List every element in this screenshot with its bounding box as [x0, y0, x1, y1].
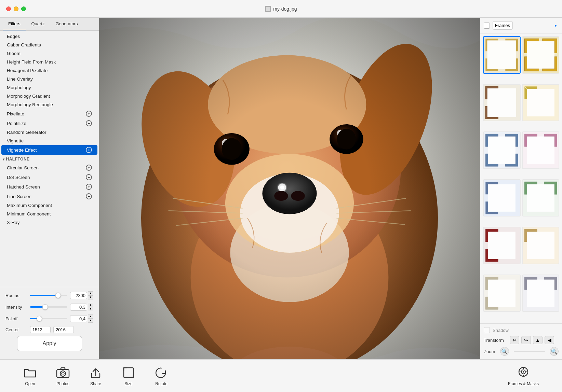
- zoom-out-button[interactable]: 🔍: [500, 347, 509, 356]
- filter-item-hexagonal[interactable]: Hexagonal Pixellate: [1, 66, 97, 75]
- apply-button[interactable]: Apply: [17, 336, 82, 351]
- zoom-in-button[interactable]: 🔍: [550, 347, 559, 356]
- filter-item-pixellate[interactable]: Pixellate ✦: [1, 109, 97, 118]
- filter-item-vignette[interactable]: Vignette: [1, 137, 97, 145]
- toolbar-size[interactable]: Size: [112, 366, 145, 386]
- intensity-value[interactable]: [70, 304, 87, 311]
- toolbar-share[interactable]: Share: [79, 366, 112, 386]
- svg-point-61: [523, 371, 524, 373]
- frame-thumb-12: [523, 275, 559, 311]
- radius-value[interactable]: 2300: [70, 292, 87, 299]
- frame-item-10[interactable]: [522, 227, 560, 264]
- frame-item-7[interactable]: [483, 179, 521, 217]
- zoom-slider[interactable]: [514, 351, 545, 352]
- center-y-input[interactable]: [53, 326, 74, 333]
- frame-thumb-8: [523, 180, 559, 216]
- radius-up-button[interactable]: ▲: [88, 291, 93, 295]
- open-label: Open: [25, 381, 35, 386]
- frame-thumb-4: [523, 85, 559, 121]
- filter-item-morphology[interactable]: Morphology: [1, 83, 97, 92]
- transform-label: Transform: [484, 338, 508, 343]
- title-bar: my-dog.jpg: [0, 0, 562, 18]
- close-button[interactable]: [6, 6, 11, 11]
- toolbar-open[interactable]: Open: [14, 366, 46, 386]
- radius-track[interactable]: [30, 295, 67, 296]
- filter-item-dot-screen[interactable]: Dot Screen ✦: [1, 172, 97, 182]
- flip-vertical-button[interactable]: ▲: [533, 336, 543, 344]
- shadow-row: Shadow: [484, 327, 559, 333]
- rotate-cw-button[interactable]: ↪: [521, 336, 531, 344]
- tab-generators[interactable]: Generators: [50, 18, 83, 30]
- falloff-label: Falloff: [5, 316, 30, 321]
- intensity-thumb[interactable]: [42, 304, 48, 310]
- tab-quartz[interactable]: Quartz: [26, 18, 50, 30]
- radius-thumb[interactable]: [55, 293, 61, 298]
- radius-row: Radius 2300 ▲ ▼: [5, 291, 93, 299]
- right-panel-footer: Shadow Transform ↩ ↪ ▲ ◀ Zoom 🔍 🔍: [480, 323, 562, 359]
- filter-item-height-field[interactable]: Height Field From Mask: [1, 58, 97, 66]
- halftone-chevron-icon: ▾: [3, 157, 5, 161]
- image-area: [99, 18, 480, 359]
- halftone-section-header[interactable]: ▾ HALFTONE: [0, 155, 99, 163]
- frame-thumb-11: [484, 275, 520, 311]
- frames-select[interactable]: Frames: [493, 21, 513, 30]
- shadow-label: Shadow: [493, 328, 509, 333]
- right-panel: Frames ▾: [480, 18, 562, 359]
- frame-item-12[interactable]: [522, 275, 560, 312]
- svg-rect-38: [527, 89, 554, 116]
- filter-item-line-overlay[interactable]: Line Overlay: [1, 75, 97, 83]
- filter-item-gabor[interactable]: Gabor Gradients: [1, 41, 97, 49]
- intensity-up-button[interactable]: ▲: [88, 303, 93, 307]
- rotate-ccw-button[interactable]: ↩: [510, 336, 519, 344]
- flip-horizontal-button[interactable]: ◀: [545, 336, 554, 344]
- minimize-button[interactable]: [14, 6, 18, 11]
- falloff-stepper[interactable]: ▲ ▼: [88, 314, 93, 323]
- toolbar-frames-masks[interactable]: Frames & Masks: [498, 366, 548, 386]
- svg-rect-32: [487, 41, 516, 69]
- falloff-down-button[interactable]: ▼: [88, 319, 93, 323]
- transform-row: Transform ↩ ↪ ▲ ◀: [484, 336, 559, 344]
- toolbar-photos[interactable]: Photos: [46, 366, 79, 386]
- shadow-checkbox[interactable]: [484, 327, 490, 333]
- filter-item-edges[interactable]: Edges: [1, 32, 97, 41]
- filter-item-minimum-component[interactable]: Minimum Component: [1, 210, 97, 218]
- falloff-up-button[interactable]: ▲: [88, 314, 93, 319]
- filter-item-morphology-rectangle[interactable]: Morphology Rectangle: [1, 100, 97, 109]
- resize-icon: [122, 366, 135, 379]
- filter-item-random-generator[interactable]: Random Generator: [1, 128, 97, 137]
- frame-item-4[interactable]: [522, 84, 560, 122]
- frame-item-9[interactable]: [483, 227, 521, 264]
- frame-item-1[interactable]: [483, 36, 521, 74]
- frames-checkbox[interactable]: [484, 23, 490, 29]
- frame-item-11[interactable]: [483, 275, 521, 312]
- intensity-down-button[interactable]: ▼: [88, 307, 93, 311]
- intensity-stepper[interactable]: ▲ ▼: [88, 303, 93, 311]
- tab-filters[interactable]: Filters: [3, 18, 26, 30]
- file-icon: [265, 6, 271, 12]
- toolbar-rotate[interactable]: Rotate: [145, 366, 178, 386]
- radius-down-button[interactable]: ▼: [88, 295, 93, 299]
- filter-item-x-ray[interactable]: X-Ray: [1, 218, 97, 227]
- filter-item-pointillize[interactable]: Pointillize ✦: [1, 118, 97, 128]
- falloff-track[interactable]: [30, 318, 67, 319]
- filter-item-maximum-component[interactable]: Maximum Component: [1, 201, 97, 210]
- radius-stepper[interactable]: ▲ ▼: [88, 291, 93, 299]
- frame-item-6[interactable]: [522, 131, 560, 169]
- falloff-thumb[interactable]: [37, 316, 42, 321]
- filter-item-vignette-effect[interactable]: Vignette Effect ✦: [1, 145, 97, 155]
- maximize-button[interactable]: [21, 6, 26, 11]
- falloff-value[interactable]: [70, 315, 87, 322]
- frame-item-8[interactable]: [522, 179, 560, 217]
- frame-item-5[interactable]: [483, 131, 521, 169]
- intensity-track[interactable]: [30, 306, 67, 308]
- filter-item-morphology-gradient[interactable]: Morphology Gradient: [1, 92, 97, 100]
- frames-select-wrapper: Frames ▾: [493, 21, 559, 30]
- filter-item-circular-screen[interactable]: Circular Screen ✦: [1, 163, 97, 172]
- filter-item-line-screen[interactable]: Line Screen ✦: [1, 192, 97, 201]
- filter-item-gloom[interactable]: Gloom: [1, 49, 97, 58]
- filter-item-hatched-screen[interactable]: Hatched Screen ✦: [1, 182, 97, 192]
- svg-rect-52: [488, 279, 516, 307]
- frame-item-2[interactable]: [522, 36, 560, 74]
- center-x-input[interactable]: [30, 326, 51, 333]
- frame-item-3[interactable]: [483, 84, 521, 122]
